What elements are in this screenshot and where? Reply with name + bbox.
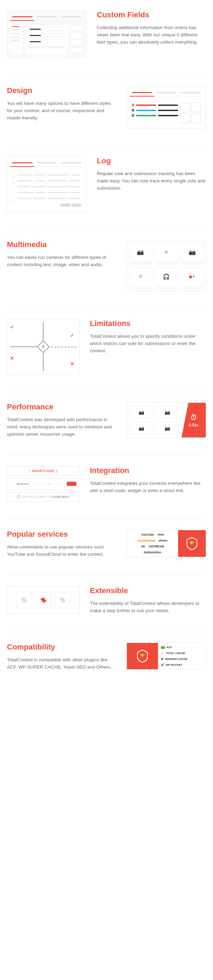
section-limitations: ✥ ✓ ✓ ✕ ✕ Limitations TotalContest allow… bbox=[0, 309, 213, 392]
camera-icon: 📷 bbox=[181, 243, 203, 262]
section-log: Log Regular vote and submission tracking… bbox=[0, 146, 213, 229]
integration-title: Integration bbox=[90, 466, 206, 475]
camera-icon: 📷 bbox=[130, 422, 153, 434]
multimedia-illustration: 📷 ≡ 📷 ≡ 🎧 ■‣ bbox=[127, 240, 206, 291]
check-icon: ✓ bbox=[70, 332, 74, 338]
performance-desc: TotalContest was developed with performa… bbox=[7, 416, 116, 438]
section-custom-fields: Custom Fields Collecting additional info… bbox=[0, 0, 213, 75]
popular-title: Popular services bbox=[7, 530, 116, 539]
limitations-illustration: ✥ ✓ ✓ ✕ ✕ bbox=[7, 319, 79, 374]
custom-fields-illustration bbox=[7, 10, 86, 58]
section-performance: 📷 📷 📷 📷 ⏱ 0.53s Performance TotalContest… bbox=[0, 392, 213, 455]
section-popular: YouTubeVine soundcloudvimeo VKUSTREAM da… bbox=[0, 519, 213, 576]
extensible-illustration bbox=[7, 586, 79, 614]
check-icon: ✓ bbox=[10, 324, 14, 330]
trophy-shield-icon: 🏆 bbox=[136, 649, 149, 663]
log-illustration bbox=[7, 156, 86, 212]
compatibility-desc: TotalContest is compatible with other pl… bbox=[7, 657, 116, 671]
globe-icon bbox=[17, 495, 21, 499]
extensible-desc: The extensibility of TotalContest allows… bbox=[90, 600, 206, 614]
limitations-title: Limitations bbox=[90, 319, 206, 328]
plug-icon bbox=[55, 592, 70, 608]
shortcode-row: [ SHORTCODE ] bbox=[7, 466, 79, 476]
integration-illustration: [ SHORTCODE ] ← WIDGET ↕ HTTP://LINK.TO/… bbox=[7, 466, 79, 502]
log-desc: Regular vote and submission tracking has… bbox=[97, 170, 206, 192]
camera-icon: 📷 bbox=[156, 422, 179, 434]
section-integration: [ SHORTCODE ] ← WIDGET ↕ HTTP://LINK.TO/… bbox=[0, 456, 213, 519]
trophy-shield-icon: 🏆 bbox=[186, 537, 198, 550]
text-icon: ≡ bbox=[155, 243, 178, 262]
headphones-icon: 🎧 bbox=[155, 267, 178, 286]
limitations-desc: TotalContest allows you to specify condi… bbox=[90, 333, 206, 355]
camera-icon: 📷 bbox=[130, 406, 153, 419]
plug-icon bbox=[16, 592, 32, 608]
performance-illustration: 📷 📷 📷 📷 ⏱ 0.53s bbox=[127, 402, 206, 438]
cross-icon: ✕ bbox=[10, 355, 14, 361]
section-compatibility: 🏆 ACF ⚡TOTAL CACHE ♻VARNISH CACHE 🚀WP RO… bbox=[0, 632, 213, 688]
plug-icon bbox=[35, 592, 51, 608]
log-title: Log bbox=[97, 156, 206, 165]
cross-icon: ✕ bbox=[70, 361, 74, 366]
design-title: Design bbox=[7, 86, 116, 95]
move-icon: ✥ bbox=[37, 340, 50, 353]
custom-fields-desc: Collecting additional information from v… bbox=[97, 24, 206, 46]
widget-row: ← WIDGET ↕ bbox=[7, 478, 79, 490]
camera-icon: 📷 bbox=[129, 243, 152, 262]
extensible-title: Extensible bbox=[90, 586, 206, 595]
performance-timer: 0.53s bbox=[189, 423, 199, 427]
popular-desc: Allow contestants to use popular service… bbox=[7, 544, 116, 558]
multimedia-desc: You can easily run contests for differen… bbox=[7, 254, 116, 269]
design-illustration bbox=[127, 86, 206, 128]
compatibility-illustration: 🏆 ACF ⚡TOTAL CACHE ♻VARNISH CACHE 🚀WP RO… bbox=[127, 643, 206, 670]
section-extensible: Extensible The extensibility of TotalCon… bbox=[0, 576, 213, 632]
camera-icon: 📷 bbox=[156, 406, 179, 419]
svg-text:🏆: 🏆 bbox=[140, 654, 145, 659]
compatibility-title: Compatibility bbox=[7, 643, 116, 652]
svg-text:🏆: 🏆 bbox=[189, 541, 195, 546]
popular-illustration: YouTubeVine soundcloudvimeo VKUSTREAM da… bbox=[127, 530, 206, 557]
design-desc: You will have many options to have diffe… bbox=[7, 100, 116, 122]
section-multimedia: 📷 ≡ 📷 ≡ 🎧 ■‣ Multimedia You can easily r… bbox=[0, 230, 213, 308]
performance-title: Performance bbox=[7, 402, 116, 412]
video-icon: ■‣ bbox=[181, 267, 203, 286]
integration-desc: TotalContest integrates your contests ev… bbox=[90, 480, 206, 495]
url-row: HTTP://LINK.TO/CONTEST bbox=[7, 492, 79, 502]
text-icon: ≡ bbox=[129, 267, 152, 286]
custom-fields-title: Custom Fields bbox=[97, 10, 206, 19]
stopwatch-icon: ⏱ bbox=[190, 414, 197, 422]
multimedia-title: Multimedia bbox=[7, 240, 116, 249]
section-design: Design You will have many options to hav… bbox=[0, 76, 213, 146]
